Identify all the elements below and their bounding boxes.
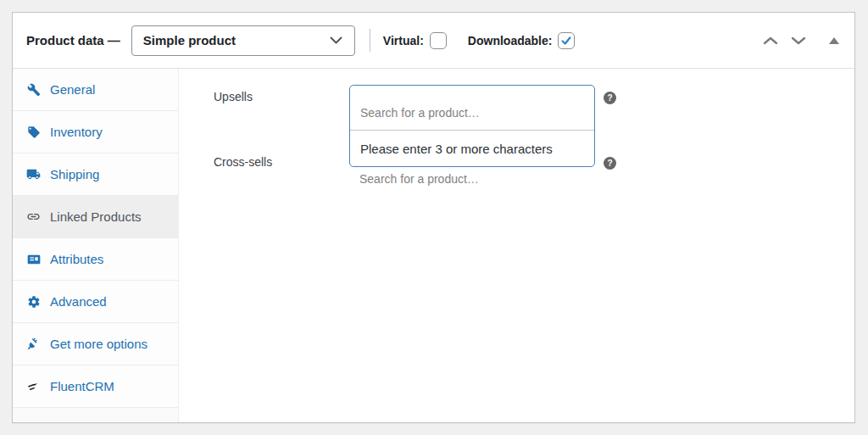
truck-icon (26, 167, 41, 181)
move-down-button[interactable] (788, 34, 809, 47)
downloadable-checkbox-group: Downloadable: (468, 32, 576, 49)
link-icon (26, 209, 41, 224)
upsells-label: Upsells (214, 90, 253, 103)
fluentcrm-icon (26, 380, 41, 393)
cross-sells-help-icon[interactable]: ? (604, 157, 616, 170)
toggle-panel-button[interactable] (829, 37, 839, 44)
metabox-controls (760, 13, 839, 69)
sidebar-tab-inventory[interactable]: Inventory (13, 111, 178, 153)
upsells-help-icon[interactable]: ? (604, 92, 616, 104)
product-data-metabox: Product data — Simple product Virtual: D… (12, 12, 855, 423)
sidebar-tab-shipping[interactable]: Shipping (13, 153, 178, 196)
downloadable-checkbox[interactable] (558, 32, 575, 49)
sidebar-tab-fluentcrm[interactable]: FluentCRM (13, 365, 178, 408)
inventory-tag-icon (26, 125, 41, 139)
attributes-card-icon (26, 253, 41, 266)
product-data-tabs: General Inventory Shipping Linked Produc… (13, 69, 179, 422)
virtual-label: Virtual: (383, 34, 424, 47)
product-data-body: General Inventory Shipping Linked Produc… (13, 69, 854, 422)
cross-sells-search-input[interactable] (349, 167, 595, 191)
gear-icon (26, 295, 41, 309)
chevron-down-icon (329, 36, 343, 45)
sidebar-tab-attributes[interactable]: Attributes (13, 238, 178, 281)
product-type-select[interactable]: Simple product (131, 25, 355, 56)
wrench-icon (26, 83, 41, 97)
header-divider (370, 29, 370, 52)
sidebar-tab-get-more-options[interactable]: Get more options (13, 323, 178, 365)
upsells-select2: Please enter 3 or more characters (349, 85, 595, 167)
sidebar-tab-general[interactable]: General (13, 69, 178, 111)
sidebar-tab-linked-products[interactable]: Linked Products (13, 196, 179, 238)
sidebar-tab-advanced[interactable]: Advanced (13, 281, 178, 323)
product-type-value: Simple product (143, 33, 236, 47)
dropdown-message: Please enter 3 or more characters (360, 142, 553, 156)
triangle-up-icon (829, 37, 839, 44)
product-data-title: Product data — (26, 33, 120, 47)
linked-products-panel: Upsells Please enter 3 or more character… (179, 69, 854, 422)
cross-sells-label: Cross-sells (214, 155, 272, 169)
product-data-header: Product data — Simple product Virtual: D… (13, 13, 854, 69)
upsells-search-input[interactable] (360, 103, 584, 123)
move-up-button[interactable] (760, 34, 781, 47)
upsells-dropdown: Please enter 3 or more characters (350, 130, 594, 167)
virtual-checkbox-group: Virtual: (383, 32, 447, 49)
upsells-search-area (350, 86, 594, 130)
plug-icon (26, 337, 41, 351)
downloadable-label: Downloadable: (468, 34, 553, 47)
virtual-checkbox[interactable] (430, 32, 447, 49)
